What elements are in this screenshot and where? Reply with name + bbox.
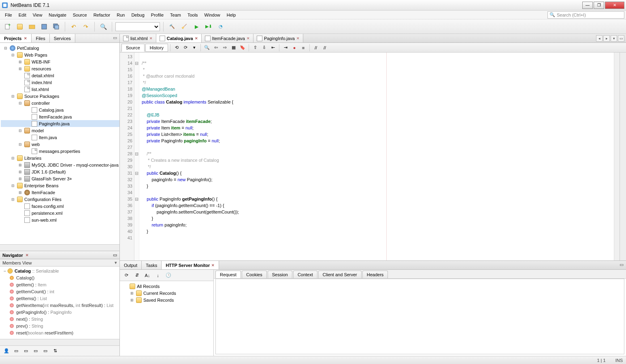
dropdown-button[interactable]: ▾: [190, 44, 198, 52]
vertical-scrollbar[interactable]: [620, 53, 626, 260]
expand-icon[interactable]: ⊞: [18, 67, 23, 71]
tree-node[interactable]: ⊟ model: [1, 127, 119, 134]
menu-edit[interactable]: Edit: [15, 11, 30, 19]
expand-icon[interactable]: ⊞: [18, 177, 23, 181]
expand-icon[interactable]: ⊞: [18, 170, 23, 174]
expand-icon[interactable]: ⊟: [11, 197, 15, 201]
navigator-item[interactable]: getPagingInfo() : PagingInfo: [0, 309, 119, 315]
menu-file[interactable]: File: [2, 11, 15, 19]
minimize-panel-button[interactable]: ▭: [617, 261, 626, 269]
minimize-panel-button[interactable]: ▭: [113, 252, 117, 258]
tree-node[interactable]: ⊞ WEB-INF: [1, 58, 119, 65]
monitor-tree-node[interactable]: ⊞Current Records: [121, 290, 212, 296]
menu-team[interactable]: Team: [167, 11, 184, 19]
sort-time-button[interactable]: ⇵: [133, 271, 141, 279]
expand-icon[interactable]: ⊞: [18, 60, 23, 64]
sort-desc-button[interactable]: ↓: [154, 271, 162, 279]
clean-build-button[interactable]: 🧹: [179, 21, 190, 32]
close-button[interactable]: ✕: [605, 2, 624, 9]
debug-button[interactable]: ▶⬇: [203, 21, 214, 32]
tree-node[interactable]: ⊞ GlassFish Server 3+: [1, 175, 119, 182]
navigator-item[interactable]: getNextItems(int maxResults, int firstRe…: [0, 302, 119, 309]
tree-node[interactable]: ⊟ web: [1, 141, 119, 148]
navigator-item[interactable]: getItem() : Item: [0, 281, 119, 288]
expand-icon[interactable]: ⊟: [11, 94, 15, 98]
expand-icon[interactable]: ⊞: [18, 190, 23, 195]
toggle-bookmark-button[interactable]: 🔖: [238, 44, 247, 52]
menu-refactor[interactable]: Refactor: [90, 11, 114, 19]
back-button[interactable]: ⟲: [172, 44, 181, 52]
maximize-editor[interactable]: ▭: [618, 35, 624, 42]
tab-tasks[interactable]: Tasks: [142, 261, 162, 269]
navigator-item[interactable]: next() : String: [0, 315, 119, 322]
tree-node[interactable]: faces-config.xml: [1, 203, 119, 210]
monitor-tab-client-and-server[interactable]: Client and Server: [318, 271, 362, 278]
tree-node[interactable]: ⊞ MySQL JDBC Driver - mysql-connector-ja…: [1, 161, 119, 168]
tree-node[interactable]: Item.java: [1, 134, 119, 141]
menu-view[interactable]: View: [30, 11, 46, 19]
monitor-records-tree[interactable]: All Records⊞Current Records⊞Saved Record…: [120, 281, 213, 356]
menu-run[interactable]: Run: [113, 11, 128, 19]
tree-node[interactable]: ⊟ controller: [1, 99, 119, 106]
comment-button[interactable]: //: [312, 44, 320, 52]
sort-button[interactable]: ⇅: [51, 347, 59, 355]
tab-http-monitor[interactable]: HTTP Server Monitor✕: [162, 261, 219, 269]
filter-button-1[interactable]: ▭: [12, 347, 20, 355]
search-input[interactable]: 🔍 Search (Ctrl+I): [547, 11, 624, 19]
tree-node[interactable]: ⊟ Libraries: [1, 154, 119, 161]
filter-button-2[interactable]: ▭: [22, 347, 30, 355]
monitor-tab-cookies[interactable]: Cookies: [242, 271, 267, 278]
scroll-tabs-right[interactable]: ▸: [603, 35, 610, 42]
tree-node[interactable]: ItemFacade.java: [1, 113, 119, 120]
code-editor[interactable]: 1314151617181920212223242526272829303132…: [120, 53, 626, 260]
menu-window[interactable]: Window: [201, 11, 224, 19]
redo-button[interactable]: ↷: [81, 21, 91, 32]
macro-start-button[interactable]: ●: [290, 44, 298, 52]
menu-profile[interactable]: Profile: [148, 11, 167, 19]
tree-node[interactable]: ⊟ Enterprise Beans: [1, 182, 119, 189]
find-next-button[interactable]: ⇨: [221, 44, 229, 52]
history-toggle[interactable]: History: [145, 44, 168, 52]
navigator-item[interactable]: getItems() : List: [0, 295, 119, 302]
navigator-root[interactable]: − Catalog :: Serializable: [0, 267, 119, 274]
restore-button[interactable]: ❐: [594, 2, 604, 9]
save-button[interactable]: [39, 21, 49, 32]
close-icon[interactable]: ✕: [149, 36, 153, 40]
scroll-tabs-left[interactable]: ◂: [596, 35, 603, 42]
filter-button-4[interactable]: ▭: [41, 347, 49, 355]
tree-node[interactable]: messages.properties: [1, 148, 119, 154]
tree-node[interactable]: Catalog.java: [1, 106, 119, 113]
tab-services[interactable]: Services: [50, 34, 75, 42]
undo-button[interactable]: ↶: [68, 21, 79, 32]
menu-debug[interactable]: Debug: [128, 11, 147, 19]
monitor-tree-node[interactable]: All Records: [121, 283, 212, 290]
forward-button[interactable]: ⟳: [181, 44, 190, 52]
close-icon[interactable]: ✕: [296, 36, 300, 40]
navigator-item[interactable]: reset(boolean resetFirstItem): [0, 329, 119, 336]
tree-node[interactable]: ⊟ Source Packages: [1, 93, 119, 99]
minimize-panel-button[interactable]: ▭: [111, 34, 119, 42]
close-icon[interactable]: ✕: [24, 36, 27, 40]
tab-projects[interactable]: Projects✕: [0, 34, 32, 42]
timestamp-button[interactable]: 🕒: [164, 271, 172, 279]
expand-icon[interactable]: ⊟: [11, 156, 15, 160]
tree-node[interactable]: ⊞ resources: [1, 65, 119, 72]
profile-button[interactable]: ◔: [215, 21, 226, 32]
shift-right-button[interactable]: ⇥: [281, 44, 290, 52]
error-stripe[interactable]: [614, 53, 620, 260]
source-toggle[interactable]: Source: [121, 44, 145, 52]
tree-node[interactable]: detail.xhtml: [1, 72, 119, 79]
expand-icon[interactable]: ⊞: [18, 163, 23, 167]
new-file-button[interactable]: +: [2, 21, 13, 32]
tree-node[interactable]: ⊟ Web Pages: [1, 51, 119, 58]
new-project-button[interactable]: [15, 21, 25, 32]
minimize-button[interactable]: —: [582, 2, 593, 9]
menu-help[interactable]: Help: [224, 11, 239, 19]
toggle-highlight-button[interactable]: ▦: [230, 44, 238, 52]
search-button[interactable]: 🔍: [98, 21, 109, 32]
navigator-item[interactable]: prev() : String: [0, 322, 119, 329]
find-prev-button[interactable]: ⇦: [212, 44, 220, 52]
close-icon[interactable]: ✕: [247, 36, 250, 40]
editor-tab[interactable]: list.xhtml✕: [120, 34, 156, 42]
close-icon[interactable]: ✕: [211, 263, 215, 267]
